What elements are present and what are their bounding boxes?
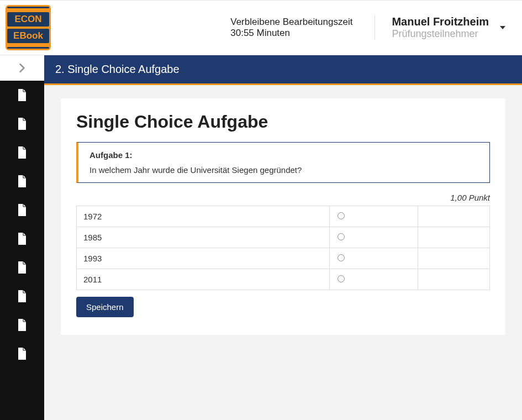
chevron-right-icon — [17, 63, 27, 73]
sidebar-item-4[interactable] — [0, 167, 44, 196]
sidebar-toggle[interactable] — [0, 55, 44, 81]
timer-block: Verbleibene Bearbeitungszeit 30:55 Minut… — [230, 17, 352, 39]
document-icon — [17, 261, 27, 274]
choice-extra — [418, 227, 490, 248]
task-card: Single Choice Aufgabe Aufgabe 1: In welc… — [61, 98, 505, 335]
timer-label: Verbleibene Bearbeitungszeit — [230, 17, 352, 28]
question-number: Aufgabe 1: — [89, 150, 478, 160]
document-icon — [17, 118, 27, 130]
question-text: In welchem Jahr wurde die Universität Si… — [89, 165, 478, 175]
sidebar-item-3[interactable] — [0, 138, 44, 167]
document-icon — [17, 89, 27, 101]
user-role: Prüfungsteilnehmer — [392, 28, 489, 40]
sidebar-item-2[interactable] — [0, 109, 44, 138]
document-icon — [17, 175, 27, 187]
sidebar-item-6[interactable] — [0, 224, 44, 253]
choice-radio[interactable] — [338, 233, 345, 240]
sidebar-item-9[interactable] — [0, 311, 44, 339]
choice-row: 1972 — [77, 206, 490, 227]
app-logo[interactable]: ECON EBook — [6, 5, 51, 50]
document-icon — [17, 233, 27, 245]
save-button[interactable]: Speichern — [76, 297, 134, 317]
logo-frame-bottom — [7, 47, 49, 49]
task-title: Single Choice Aufgabe — [76, 112, 490, 132]
sidebar-item-1[interactable] — [0, 81, 44, 109]
choice-row: 2011 — [77, 269, 490, 290]
choice-radio[interactable] — [338, 212, 345, 219]
document-icon — [17, 146, 27, 159]
choice-radio[interactable] — [338, 254, 345, 261]
choice-label: 1985 — [77, 227, 330, 248]
document-icon — [17, 204, 27, 216]
document-icon — [17, 319, 27, 331]
choice-label: 2011 — [77, 269, 330, 290]
sidebar-item-10[interactable] — [0, 339, 44, 368]
sidebar-item-5[interactable] — [0, 196, 44, 224]
logo-text-1: ECON — [7, 12, 49, 27]
user-name: Manuel Froitzheim — [392, 15, 489, 28]
choice-extra — [418, 248, 490, 269]
choice-extra — [418, 206, 490, 227]
logo-text-2: EBook — [7, 29, 49, 43]
sidebar-item-7[interactable] — [0, 253, 44, 282]
timer-value: 30:55 Minuten — [230, 28, 352, 39]
sidebar-item-8[interactable] — [0, 282, 44, 311]
chevron-down-icon — [500, 26, 505, 29]
document-icon — [17, 348, 27, 360]
page-header: 2. Single Choice Aufgabe — [44, 55, 522, 85]
choice-extra — [418, 269, 490, 290]
choice-row: 1993 — [77, 248, 490, 269]
choices-table: 1972198519932011 — [76, 206, 490, 290]
choice-row: 1985 — [77, 227, 490, 248]
choice-label: 1993 — [77, 248, 330, 269]
points-label: 1,00 Punkt — [76, 193, 490, 202]
sidebar — [0, 55, 44, 420]
user-menu[interactable]: Manuel Froitzheim Prüfungsteilnehmer — [375, 15, 505, 40]
choice-radio[interactable] — [338, 275, 345, 282]
document-icon — [17, 290, 27, 302]
question-box: Aufgabe 1: In welchem Jahr wurde die Uni… — [76, 142, 490, 183]
choice-label: 1972 — [77, 206, 330, 227]
